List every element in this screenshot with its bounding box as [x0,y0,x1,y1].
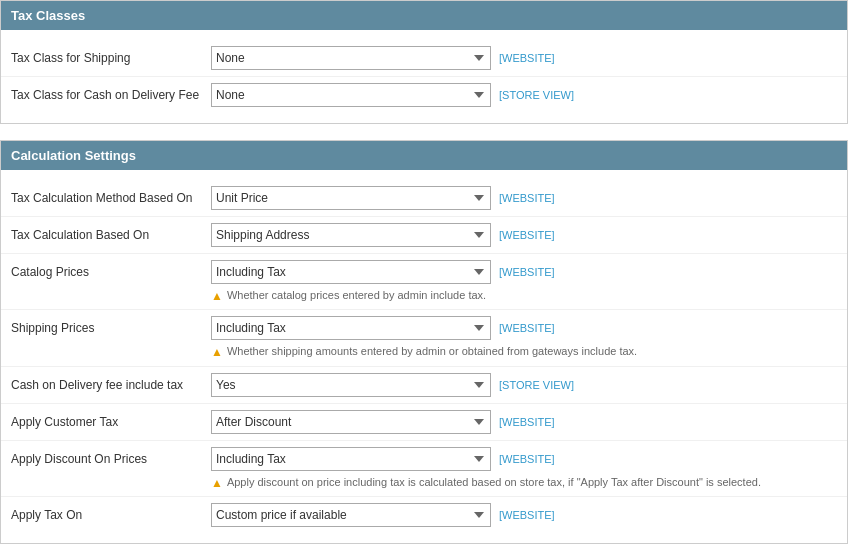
form-row-tax-class-shipping: Tax Class for ShippingNone[WEBSITE] [1,40,847,77]
select-wrapper-calc-based-on: Shipping Address[WEBSITE] [211,223,837,247]
control-shipping-prices: Including Tax[WEBSITE]▲Whether shipping … [211,316,837,359]
select-catalog-prices[interactable]: Including Tax [211,260,491,284]
hint-icon-shipping-prices: ▲ [211,345,223,359]
control-cod-include-tax: Yes[STORE VIEW] [211,373,837,397]
select-shipping-prices[interactable]: Including Tax [211,316,491,340]
label-calc-based-on: Tax Calculation Based On [11,223,211,244]
label-catalog-prices: Catalog Prices [11,260,211,281]
hint-icon-catalog-prices: ▲ [211,289,223,303]
hint-text-catalog-prices: Whether catalog prices entered by admin … [227,288,486,303]
select-tax-class-shipping[interactable]: None [211,46,491,70]
scope-tax-class-shipping[interactable]: [WEBSITE] [499,52,555,64]
scope-cod-include-tax[interactable]: [STORE VIEW] [499,379,574,391]
hint-text-apply-discount-prices: Apply discount on price including tax is… [227,475,761,490]
label-tax-class-shipping: Tax Class for Shipping [11,46,211,67]
select-wrapper-apply-tax-on: Custom price if available[WEBSITE] [211,503,837,527]
select-tax-class-cod[interactable]: None [211,83,491,107]
select-calc-based-on[interactable]: Shipping Address [211,223,491,247]
hint-apply-discount-prices: ▲Apply discount on price including tax i… [211,475,837,490]
scope-shipping-prices[interactable]: [WEBSITE] [499,322,555,334]
form-row-tax-class-cod: Tax Class for Cash on Delivery FeeNone[S… [1,77,847,113]
select-wrapper-calc-method: Unit Price[WEBSITE] [211,186,837,210]
label-apply-discount-prices: Apply Discount On Prices [11,447,211,468]
scope-calc-method[interactable]: [WEBSITE] [499,192,555,204]
select-wrapper-shipping-prices: Including Tax[WEBSITE] [211,316,837,340]
form-row-shipping-prices: Shipping PricesIncluding Tax[WEBSITE]▲Wh… [1,310,847,366]
calc-settings-section: Calculation Settings Tax Calculation Met… [0,140,848,544]
label-apply-tax-on: Apply Tax On [11,503,211,524]
label-calc-method: Tax Calculation Method Based On [11,186,211,207]
scope-apply-discount-prices[interactable]: [WEBSITE] [499,453,555,465]
hint-text-shipping-prices: Whether shipping amounts entered by admi… [227,344,637,359]
scope-catalog-prices[interactable]: [WEBSITE] [499,266,555,278]
control-calc-based-on: Shipping Address[WEBSITE] [211,223,837,247]
select-cod-include-tax[interactable]: Yes [211,373,491,397]
control-apply-discount-prices: Including Tax[WEBSITE]▲Apply discount on… [211,447,837,490]
control-apply-tax-on: Custom price if available[WEBSITE] [211,503,837,527]
form-row-calc-method: Tax Calculation Method Based OnUnit Pric… [1,180,847,217]
select-wrapper-apply-customer-tax: After Discount[WEBSITE] [211,410,837,434]
control-apply-customer-tax: After Discount[WEBSITE] [211,410,837,434]
scope-tax-class-cod[interactable]: [STORE VIEW] [499,89,574,101]
hint-catalog-prices: ▲Whether catalog prices entered by admin… [211,288,837,303]
calc-settings-header: Calculation Settings [1,141,847,170]
select-wrapper-cod-include-tax: Yes[STORE VIEW] [211,373,837,397]
select-wrapper-tax-class-shipping: None[WEBSITE] [211,46,837,70]
select-wrapper-catalog-prices: Including Tax[WEBSITE] [211,260,837,284]
form-row-calc-based-on: Tax Calculation Based OnShipping Address… [1,217,847,254]
scope-apply-customer-tax[interactable]: [WEBSITE] [499,416,555,428]
select-apply-discount-prices[interactable]: Including Tax [211,447,491,471]
control-catalog-prices: Including Tax[WEBSITE]▲Whether catalog p… [211,260,837,303]
label-apply-customer-tax: Apply Customer Tax [11,410,211,431]
form-row-cod-include-tax: Cash on Delivery fee include taxYes[STOR… [1,367,847,404]
calc-settings-body: Tax Calculation Method Based OnUnit Pric… [1,170,847,543]
select-wrapper-apply-discount-prices: Including Tax[WEBSITE] [211,447,837,471]
label-cod-include-tax: Cash on Delivery fee include tax [11,373,211,394]
control-calc-method: Unit Price[WEBSITE] [211,186,837,210]
tax-classes-header: Tax Classes [1,1,847,30]
control-tax-class-shipping: None[WEBSITE] [211,46,837,70]
select-calc-method[interactable]: Unit Price [211,186,491,210]
form-row-catalog-prices: Catalog PricesIncluding Tax[WEBSITE]▲Whe… [1,254,847,310]
hint-shipping-prices: ▲Whether shipping amounts entered by adm… [211,344,837,359]
label-tax-class-cod: Tax Class for Cash on Delivery Fee [11,83,211,104]
control-tax-class-cod: None[STORE VIEW] [211,83,837,107]
hint-icon-apply-discount-prices: ▲ [211,476,223,490]
select-apply-customer-tax[interactable]: After Discount [211,410,491,434]
select-apply-tax-on[interactable]: Custom price if available [211,503,491,527]
tax-classes-section: Tax Classes Tax Class for ShippingNone[W… [0,0,848,124]
select-wrapper-tax-class-cod: None[STORE VIEW] [211,83,837,107]
form-row-apply-customer-tax: Apply Customer TaxAfter Discount[WEBSITE… [1,404,847,441]
form-row-apply-tax-on: Apply Tax OnCustom price if available[WE… [1,497,847,533]
form-row-apply-discount-prices: Apply Discount On PricesIncluding Tax[WE… [1,441,847,497]
scope-calc-based-on[interactable]: [WEBSITE] [499,229,555,241]
tax-classes-body: Tax Class for ShippingNone[WEBSITE]Tax C… [1,30,847,123]
label-shipping-prices: Shipping Prices [11,316,211,337]
scope-apply-tax-on[interactable]: [WEBSITE] [499,509,555,521]
